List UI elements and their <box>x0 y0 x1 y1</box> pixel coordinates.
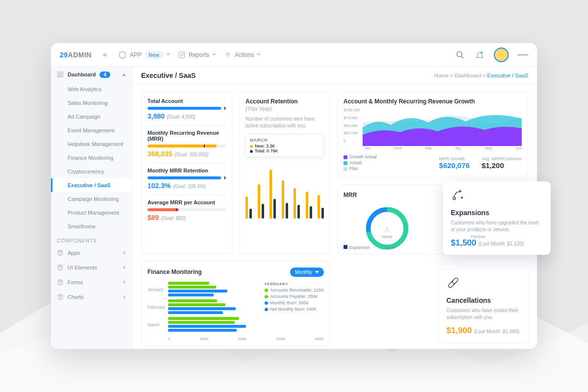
svg-point-13 <box>453 197 455 199</box>
back-icon[interactable] <box>99 49 110 60</box>
sidebar-head-dashboard[interactable]: Dashboard 4 <box>51 67 132 82</box>
metric-2: Monthly MRR Retention102.3% (Goal: 105.5… <box>147 168 226 190</box>
sidebar: Dashboard 4 Web AnalyticsSales Monitorin… <box>51 67 132 349</box>
card-account-retention: Account Retention (This Year) Number of … <box>239 92 330 254</box>
bell-icon[interactable] <box>474 49 485 60</box>
crumb-dashboard[interactable]: Dashboard <box>455 73 481 78</box>
chevron-right-icon <box>123 251 126 255</box>
svg-point-9 <box>386 227 389 230</box>
sidebar-item-executive-saas[interactable]: Executive / SaaS <box>51 178 132 192</box>
sidebar-item-cryptocurrency[interactable]: Cryptocurrency <box>51 165 132 178</box>
svg-rect-5 <box>58 75 60 77</box>
crumb-home[interactable]: Home <box>434 73 448 78</box>
chevron-down-icon <box>212 53 216 56</box>
bandaid-icon <box>446 276 460 290</box>
nav-actions[interactable]: Actions <box>224 51 261 59</box>
search-icon[interactable] <box>455 49 466 60</box>
sidebar-item-helpdesk-management[interactable]: Helpdesk Management <box>51 137 132 151</box>
dashboard-count-badge: 4 <box>99 72 110 78</box>
finance-legend: FEBRUARY Accounts Receivable: 215KAccoun… <box>265 282 324 335</box>
svg-rect-6 <box>61 75 63 77</box>
user-icon <box>475 226 482 233</box>
hexagon-icon <box>118 50 127 60</box>
metric-3: Average MRR per Account$89 (Goal: $80) <box>147 199 226 222</box>
metric-0: Total Account3,980 (Goal: 4,000) <box>147 98 226 121</box>
sidebar-component-apps[interactable]: Apps <box>51 245 132 260</box>
logo: 29ADMIN <box>60 51 92 59</box>
grid-icon <box>57 71 64 78</box>
svg-rect-3 <box>58 72 60 74</box>
new-badge: New <box>145 51 163 59</box>
chevron-up-icon <box>122 74 126 76</box>
nav-app[interactable]: APP New <box>118 50 170 60</box>
retention-chart <box>245 160 324 219</box>
cube-icon <box>57 249 64 256</box>
page-title: Executive / SaaS <box>141 72 196 79</box>
pointer-icon <box>224 51 232 59</box>
sidebar-item-finance-monitoring[interactable]: Finance Monitoring <box>51 151 132 165</box>
card-cancellations: Cancellations Customers who have ended t… <box>438 269 529 343</box>
metric-1: Monthly Recurring Revenue (MRR)368,035 (… <box>147 130 226 158</box>
page-header: Executive / SaaS Home > Dashboard > Exec… <box>132 67 537 85</box>
chevron-right-icon <box>123 266 126 270</box>
sidebar-section-components: COMPONENTS <box>51 233 132 245</box>
avatar[interactable] <box>494 48 509 62</box>
sidebar-item-campaign-monitoring[interactable]: Campaign Monitoring <box>51 192 132 206</box>
crumb-current: Executive / SaaS <box>487 73 528 78</box>
svg-rect-4 <box>61 72 63 74</box>
cube-icon <box>57 294 64 300</box>
chevron-right-icon <box>123 295 126 299</box>
strategy-icon <box>451 188 465 202</box>
card-revenue-growth: Account & Monthly Recurring Revenue Grow… <box>337 92 528 177</box>
cube-icon <box>57 264 64 271</box>
breadcrumb: Home > Dashboard > Executive / SaaS <box>434 73 528 78</box>
sidebar-item-smarthome[interactable]: Smarthome <box>51 220 132 233</box>
sidebar-item-ad-campaign[interactable]: Ad Campaign <box>51 110 132 123</box>
revenue-area-chart <box>363 108 522 146</box>
user-icon <box>384 226 391 233</box>
sidebar-item-event-management[interactable]: Event Management <box>51 123 132 137</box>
chevron-down-icon <box>257 53 261 56</box>
donut-none: None <box>364 205 411 239</box>
retention-tooltip: MARCH New: 3.3K Total: 0.79K <box>245 134 324 157</box>
chevron-right-icon <box>123 280 126 284</box>
nav-reports[interactable]: Reports <box>178 51 216 59</box>
svg-point-12 <box>477 227 480 230</box>
chart-icon <box>178 51 186 59</box>
card-metrics: Total Account3,980 (Goal: 4,000)Monthly … <box>141 92 232 254</box>
finance-period-dropdown[interactable]: Monthly <box>290 268 324 277</box>
sidebar-item-sales-monitoring[interactable]: Sales Monitoring <box>51 96 132 110</box>
svg-rect-14 <box>448 277 459 288</box>
svg-point-15 <box>452 281 453 282</box>
svg-point-1 <box>457 51 462 57</box>
sidebar-component-ui-elements[interactable]: UI Elements <box>51 260 132 275</box>
topbar: 29ADMIN APP New Reports Actions <box>51 43 537 67</box>
card-finance-monitoring: Finance Monitoring Monthly JanuaryFebrua… <box>141 261 330 347</box>
chevron-down-icon <box>166 53 170 56</box>
svg-point-16 <box>454 283 455 284</box>
sidebar-component-forms[interactable]: Forms <box>51 275 132 290</box>
svg-point-2 <box>481 51 483 54</box>
menu-icon[interactable] <box>517 49 528 60</box>
sidebar-component-charts[interactable]: Charts <box>51 290 132 304</box>
card-expansions: Expansions Customers who have upgraded t… <box>443 181 551 255</box>
sidebar-item-product-management[interactable]: Product Management <box>51 206 132 220</box>
sidebar-item-web-analytics[interactable]: Web Analytics <box>51 82 132 96</box>
cube-icon <box>57 279 64 286</box>
